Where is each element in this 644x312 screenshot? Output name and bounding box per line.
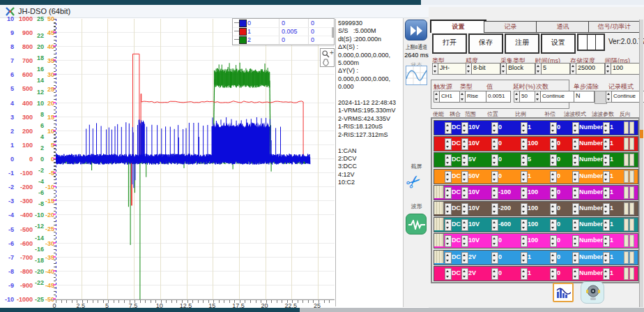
- coupling-spinner[interactable]: [445, 268, 452, 280]
- comp-spinner[interactable]: [550, 154, 557, 166]
- panel-button-3[interactable]: 注册: [505, 34, 539, 54]
- scale-spinner[interactable]: [521, 171, 528, 183]
- invert-toggle-a[interactable]: [624, 202, 629, 215]
- trigger-value-5[interactable]: Continue: [540, 91, 575, 103]
- comp-spinner[interactable]: [550, 171, 557, 183]
- pan-hand-icon[interactable]: [322, 59, 330, 66]
- panel-button-2[interactable]: 保存: [468, 34, 503, 54]
- coupling-spinner[interactable]: [445, 122, 452, 134]
- position-spinner[interactable]: [491, 203, 498, 215]
- invert-toggle-b[interactable]: [629, 121, 634, 134]
- invert-toggle-b[interactable]: [629, 186, 634, 199]
- invert-toggle-a[interactable]: [624, 267, 629, 280]
- invert-toggle-a[interactable]: [624, 218, 629, 231]
- comp-spinner[interactable]: [550, 203, 557, 215]
- range-spinner[interactable]: [461, 203, 468, 215]
- field-value-4[interactable]: 5: [541, 63, 570, 75]
- invert-toggle-a[interactable]: [624, 138, 629, 150]
- range-spinner[interactable]: [461, 171, 468, 183]
- invert-toggle-a[interactable]: [624, 121, 629, 134]
- scale-spinner[interactable]: [521, 235, 528, 247]
- filter-mode-spinner[interactable]: [572, 154, 579, 166]
- invert-toggle-b[interactable]: [629, 154, 634, 166]
- channel-enable-toggle[interactable]: [434, 137, 443, 149]
- channel-row[interactable]: DC10V-1001000Number1: [434, 185, 638, 200]
- coupling-spinner[interactable]: [445, 252, 452, 264]
- comp-spinner[interactable]: [550, 252, 557, 264]
- invert-toggle-b[interactable]: [629, 267, 634, 280]
- trigger-value-3[interactable]: 0.0051: [486, 91, 511, 103]
- assistant-button[interactable]: [581, 281, 604, 304]
- trigger-value-1[interactable]: CH1: [439, 91, 461, 103]
- shift-channels-label[interactable]: 上翻8通道: [406, 43, 427, 51]
- field-value-6[interactable]: 100: [611, 63, 640, 75]
- range-spinner[interactable]: [461, 154, 468, 166]
- scale-spinner[interactable]: [521, 187, 528, 199]
- coupling-spinner[interactable]: [445, 171, 452, 183]
- channel-enable-toggle[interactable]: [434, 202, 444, 214]
- channel-enable-toggle[interactable]: [434, 218, 444, 230]
- position-spinner[interactable]: [491, 154, 498, 166]
- fast-forward-button[interactable]: [405, 20, 427, 40]
- comp-spinner[interactable]: [550, 268, 557, 280]
- invert-toggle-b[interactable]: [629, 235, 634, 247]
- field-value-2[interactable]: 8-bit: [471, 63, 500, 75]
- filter-param-spinner[interactable]: [603, 268, 610, 280]
- position-spinner[interactable]: [491, 171, 498, 183]
- comp-spinner[interactable]: [550, 138, 557, 150]
- position-spinner[interactable]: [491, 219, 498, 231]
- field-value-5[interactable]: 25000: [576, 63, 605, 75]
- invert-toggle-a[interactable]: [624, 186, 629, 199]
- filter-mode-spinner[interactable]: [572, 187, 579, 199]
- scale-spinner[interactable]: [521, 122, 528, 134]
- channel-row[interactable]: DC2V010Number1: [434, 250, 638, 265]
- coupling-spinner[interactable]: [445, 219, 452, 231]
- invert-toggle-b[interactable]: [629, 218, 634, 231]
- panel-scrollbar[interactable]: [639, 20, 643, 307]
- channel-enable-toggle[interactable]: [434, 170, 443, 182]
- channel-row[interactable]: DC2V010Number1: [434, 266, 638, 281]
- channel-row[interactable]: DC10V-6001000Number1: [434, 217, 638, 232]
- panel-button-4[interactable]: 设置: [541, 34, 576, 54]
- invert-toggle-b[interactable]: [629, 202, 634, 215]
- filter-param-spinner[interactable]: [603, 203, 610, 215]
- filter-param-spinner[interactable]: [603, 252, 610, 264]
- filter-param-spinner[interactable]: [603, 154, 610, 166]
- comp-spinner[interactable]: [550, 235, 557, 247]
- tab-3[interactable]: 通讯: [536, 21, 590, 33]
- channel-enable-toggle[interactable]: [434, 153, 443, 165]
- magnifier-icon[interactable]: [322, 50, 330, 58]
- filter-mode-spinner[interactable]: [572, 122, 579, 134]
- range-spinner[interactable]: [461, 252, 468, 264]
- scale-spinner[interactable]: [521, 138, 528, 150]
- position-spinner[interactable]: [491, 235, 498, 247]
- filter-mode-spinner[interactable]: [572, 171, 579, 183]
- channel-enable-toggle[interactable]: [434, 186, 444, 198]
- invert-toggle-b[interactable]: [629, 138, 634, 150]
- range-spinner[interactable]: [461, 138, 468, 150]
- filter-param-spinner[interactable]: [603, 138, 610, 150]
- tab-2[interactable]: 记录: [484, 21, 537, 33]
- invert-toggle-a[interactable]: [624, 251, 629, 264]
- legend-scroll-thumb[interactable]: [332, 27, 334, 38]
- range-spinner[interactable]: [461, 268, 468, 280]
- invert-toggle-a[interactable]: [624, 154, 629, 166]
- comp-spinner[interactable]: [550, 122, 557, 134]
- filter-param-spinner[interactable]: [603, 187, 610, 199]
- channel-enable-toggle[interactable]: [434, 121, 443, 133]
- position-spinner[interactable]: [491, 268, 498, 280]
- range-spinner[interactable]: [461, 235, 468, 247]
- channel-row[interactable]: DC10V01000Number1: [434, 233, 638, 248]
- panel-button-1[interactable]: 打开: [432, 34, 467, 54]
- channel-legend-table[interactable]: 00010.0050200: [232, 18, 335, 45]
- histogram-button[interactable]: [553, 283, 574, 302]
- channel-enable-toggle[interactable]: [434, 234, 444, 246]
- channel-row[interactable]: DC10V010Number1: [434, 120, 638, 135]
- filter-param-spinner[interactable]: [603, 171, 610, 183]
- channel-row[interactable]: DC10V-2001000Number1: [434, 201, 638, 216]
- channel-row[interactable]: DC50V010Number1: [434, 169, 638, 184]
- filter-param-spinner[interactable]: [603, 219, 610, 231]
- scale-spinner[interactable]: [521, 154, 528, 166]
- scale-spinner[interactable]: [521, 268, 528, 280]
- filter-mode-spinner[interactable]: [572, 219, 579, 231]
